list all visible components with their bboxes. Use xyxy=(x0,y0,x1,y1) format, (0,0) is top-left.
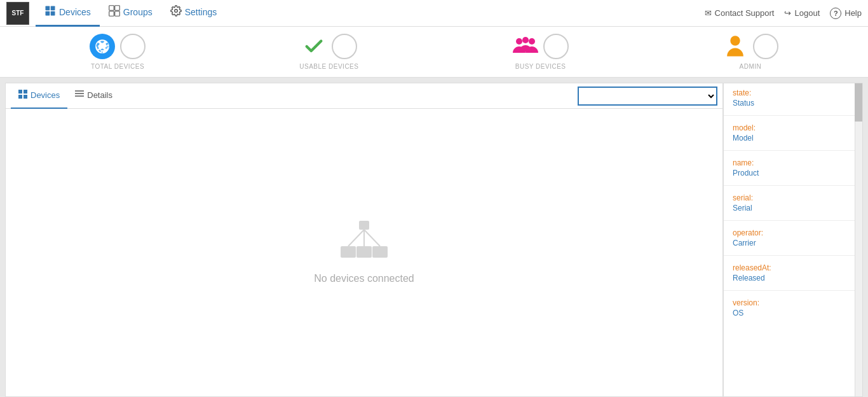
svg-rect-6 xyxy=(109,11,114,17)
filter-val-model[interactable]: Model xyxy=(733,134,853,143)
checkmark-icon xyxy=(301,34,327,59)
svg-rect-27 xyxy=(372,246,388,258)
filter-item-state: state: Status xyxy=(724,83,862,113)
stat-total-devices: TOTAL DEVICES xyxy=(90,34,146,70)
main-content: Devices Details xyxy=(0,78,868,397)
no-devices-text: No devices connected xyxy=(314,273,414,284)
filter-key-name: name: xyxy=(733,158,853,167)
filter-item-releasedat: releasedAt: Released xyxy=(724,258,862,288)
filter-item-serial: serial: Serial xyxy=(724,188,862,218)
tabs-bar: Devices Details xyxy=(6,83,722,109)
filter-val-product[interactable]: Product xyxy=(733,169,853,178)
busy-people-icon xyxy=(513,34,538,59)
filter-val-carrier[interactable]: Carrier xyxy=(733,239,853,247)
nav-groups[interactable]: Groups xyxy=(100,0,161,27)
svg-rect-2 xyxy=(46,11,50,16)
filter-key-operator: operator: xyxy=(733,228,853,237)
tab-details[interactable]: Details xyxy=(67,83,120,109)
filter-val-status[interactable]: Status xyxy=(733,99,853,108)
svg-rect-17 xyxy=(24,95,27,99)
devices-nav-icon xyxy=(44,5,56,19)
busy-devices-count-badge xyxy=(543,34,569,59)
svg-rect-7 xyxy=(115,11,120,17)
details-tab-label: Details xyxy=(87,90,112,100)
divider-2 xyxy=(724,150,862,151)
groups-nav-icon xyxy=(109,5,120,19)
nav-groups-label: Groups xyxy=(123,7,153,17)
admin-label: ADMIN xyxy=(739,63,761,70)
devices-tab-icon xyxy=(18,90,27,101)
divider-4 xyxy=(724,220,862,221)
usable-devices-label: USABLE DEVICES xyxy=(299,63,358,70)
filter-item-name: name: Product xyxy=(724,153,862,183)
svg-rect-16 xyxy=(18,95,22,99)
contact-support-label: Contact Support xyxy=(715,8,775,18)
svg-rect-25 xyxy=(341,246,356,258)
filter-val-os[interactable]: OS xyxy=(733,309,853,317)
nav-devices-label: Devices xyxy=(59,7,91,17)
scrollbar-thumb[interactable] xyxy=(855,83,862,122)
svg-line-24 xyxy=(364,230,380,246)
svg-point-12 xyxy=(522,37,529,43)
brand-logo: STF xyxy=(6,2,29,25)
filter-key-state: state: xyxy=(733,88,853,97)
svg-rect-14 xyxy=(18,90,22,94)
divider-3 xyxy=(724,185,862,186)
no-devices-area: No devices connected xyxy=(6,109,722,396)
stats-bar: TOTAL DEVICES USABLE DEVICES xyxy=(0,27,868,78)
help-link[interactable]: ? Help xyxy=(830,8,862,19)
filter-key-releasedat: releasedAt: xyxy=(733,263,853,272)
settings-nav-icon xyxy=(170,5,182,19)
filter-dropdown-container xyxy=(578,87,717,106)
nav-settings[interactable]: Settings xyxy=(161,0,226,27)
divider-6 xyxy=(724,290,862,291)
nav-settings-label: Settings xyxy=(185,7,217,17)
globe-icon xyxy=(90,34,115,59)
filter-item-operator: operator: Carrier xyxy=(724,223,862,253)
svg-rect-0 xyxy=(46,6,50,11)
stat-total-icons xyxy=(90,34,146,59)
busy-devices-label: BUSY DEVICES xyxy=(515,63,566,70)
details-tab-icon xyxy=(75,90,84,101)
svg-rect-21 xyxy=(359,221,369,230)
svg-rect-1 xyxy=(51,6,55,11)
filter-select[interactable] xyxy=(578,87,717,106)
divider-5 xyxy=(724,255,862,256)
logout-label: Logout xyxy=(794,8,820,18)
nav-devices[interactable]: Devices xyxy=(36,0,100,27)
filter-key-serial: serial: xyxy=(733,193,853,202)
stat-admin-icons xyxy=(722,34,778,59)
filter-panel-items: state: Status model: Model name: Product… xyxy=(724,83,862,323)
stat-busy-devices: BUSY DEVICES xyxy=(513,34,569,70)
nav-right: ✉ Contact Support ↪ Logout ? Help xyxy=(705,8,862,19)
stat-usable-devices: USABLE DEVICES xyxy=(299,34,358,70)
left-panel: Devices Details xyxy=(5,83,723,397)
filter-key-version: version: xyxy=(733,298,853,307)
filter-val-serial[interactable]: Serial xyxy=(733,204,853,212)
svg-rect-3 xyxy=(51,11,55,16)
admin-count-badge xyxy=(753,34,778,59)
stat-usable-icons xyxy=(301,34,357,59)
svg-point-13 xyxy=(730,36,740,45)
svg-rect-15 xyxy=(24,90,27,94)
filter-val-released[interactable]: Released xyxy=(733,274,853,282)
logout-link[interactable]: ↪ Logout xyxy=(784,8,820,18)
filter-item-version: version: OS xyxy=(724,293,862,323)
devices-tab-label: Devices xyxy=(31,90,60,100)
usable-devices-count-badge xyxy=(332,34,357,59)
divider-1 xyxy=(724,115,862,116)
logout-icon: ↪ xyxy=(784,8,791,18)
svg-line-22 xyxy=(348,230,364,246)
contact-support-link[interactable]: ✉ Contact Support xyxy=(705,8,775,18)
svg-point-8 xyxy=(174,10,177,13)
admin-person-icon xyxy=(722,34,748,59)
navbar: STF Devices Groups Settings ✉ Contact Su… xyxy=(0,0,868,27)
scrollbar-track[interactable] xyxy=(855,83,862,396)
stat-admin: ADMIN xyxy=(722,34,778,70)
svg-rect-26 xyxy=(356,246,372,258)
tab-devices[interactable]: Devices xyxy=(11,83,67,109)
stf-logo-icon: STF xyxy=(6,2,29,25)
right-panel: state: Status model: Model name: Product… xyxy=(723,83,863,397)
help-icon: ? xyxy=(830,8,841,19)
svg-rect-5 xyxy=(115,6,120,11)
